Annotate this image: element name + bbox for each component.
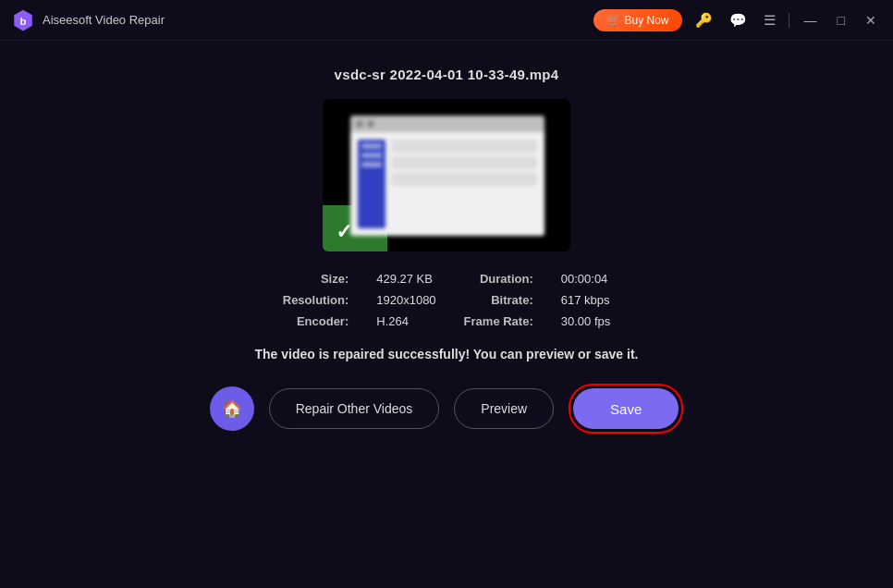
thumb-dot-2 [367, 120, 374, 128]
thumbnail-inner: ✓ [323, 99, 570, 251]
chat-icon[interactable]: 💬 [726, 10, 751, 31]
success-message: The video is repaired successfully! You … [255, 347, 639, 361]
svg-text:b: b [20, 15, 27, 26]
video-filename: vsdc-sr 2022-04-01 10-33-49.mp4 [335, 67, 559, 82]
resolution-value: 1920x1080 [376, 293, 435, 307]
thumb-window-content [350, 132, 544, 236]
size-value: 429.27 KB [376, 272, 435, 286]
home-icon: 🏠 [222, 398, 242, 419]
titlebar: b Aiseesoft Video Repair 🛒 Buy Now 🔑 💬 ☰… [0, 0, 893, 41]
menu-icon[interactable]: ☰ [760, 10, 779, 31]
thumb-row-2 [391, 156, 537, 169]
encoder-label: Encoder: [283, 314, 349, 328]
encoder-value: H.264 [376, 314, 435, 328]
bitrate-label: Bitrate: [464, 293, 533, 307]
save-button[interactable]: Save [573, 388, 679, 429]
main-content: vsdc-sr 2022-04-01 10-33-49.mp4 ✓ [0, 41, 893, 588]
thumb-sidebar [358, 140, 385, 228]
close-button[interactable]: ✕ [860, 11, 882, 30]
thumb-row-1 [391, 140, 537, 153]
bitrate-value: 617 kbps [561, 293, 611, 307]
thumb-sidebar-item-1 [361, 143, 382, 149]
resolution-label: Resolution: [283, 293, 349, 307]
thumb-window [350, 116, 544, 236]
thumb-sidebar-item-3 [361, 162, 382, 167]
titlebar-divider [789, 13, 789, 28]
video-thumbnail: ✓ [323, 99, 570, 251]
thumb-sidebar-item-2 [361, 153, 382, 158]
maximize-button[interactable]: □ [832, 11, 850, 30]
thumb-dot-1 [356, 120, 363, 128]
thumb-main-area [391, 140, 537, 228]
titlebar-right: 🛒 Buy Now 🔑 💬 ☰ — □ ✕ [593, 9, 883, 31]
key-icon[interactable]: 🔑 [691, 10, 716, 31]
metadata-grid: Size: 429.27 KB Duration: 00:00:04 Resol… [283, 272, 610, 328]
thumb-window-bar [350, 116, 544, 132]
duration-label: Duration: [464, 272, 533, 286]
titlebar-left: b Aiseesoft Video Repair [11, 8, 165, 32]
framerate-value: 30.00 fps [561, 314, 611, 328]
duration-value: 00:00:04 [561, 272, 611, 286]
save-button-wrapper: Save [569, 384, 683, 434]
home-button[interactable]: 🏠 [210, 386, 254, 431]
repair-other-videos-button[interactable]: Repair Other Videos [269, 388, 440, 429]
minimize-button[interactable]: — [799, 11, 823, 30]
thumb-row-3 [391, 173, 537, 186]
preview-button[interactable]: Preview [454, 388, 554, 429]
app-title: Aiseesoft Video Repair [43, 13, 165, 27]
app-logo-icon: b [11, 8, 35, 32]
cart-icon: 🛒 [606, 14, 620, 27]
buy-now-button[interactable]: 🛒 Buy Now [593, 9, 682, 31]
size-label: Size: [283, 272, 349, 286]
framerate-label: Frame Rate: [464, 314, 533, 328]
buy-now-label: Buy Now [625, 14, 669, 27]
action-bar: 🏠 Repair Other Videos Preview Save [210, 384, 684, 434]
